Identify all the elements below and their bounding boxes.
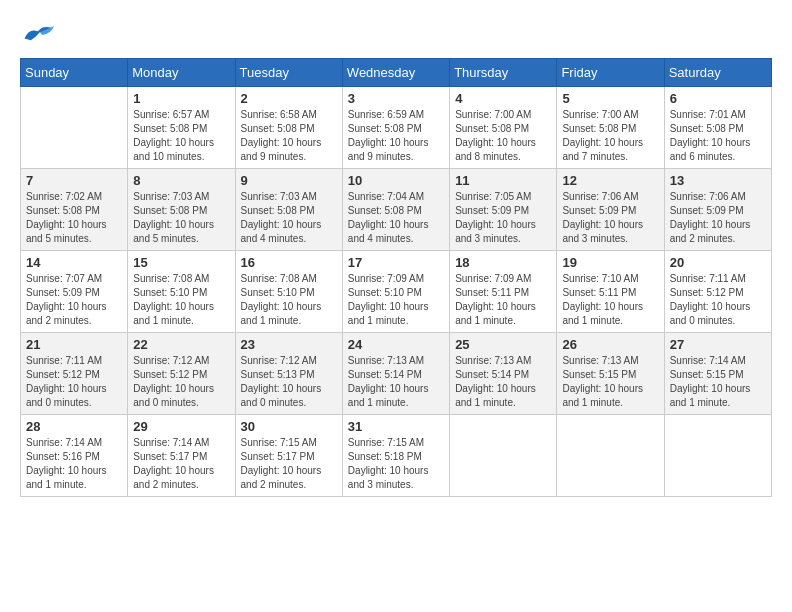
header-row: SundayMondayTuesdayWednesdayThursdayFrid…	[21, 59, 772, 87]
day-number: 7	[26, 173, 122, 188]
week-row-2: 7Sunrise: 7:02 AM Sunset: 5:08 PM Daylig…	[21, 169, 772, 251]
calendar-cell: 23Sunrise: 7:12 AM Sunset: 5:13 PM Dayli…	[235, 333, 342, 415]
day-info: Sunrise: 7:15 AM Sunset: 5:18 PM Dayligh…	[348, 436, 444, 492]
header-cell-sunday: Sunday	[21, 59, 128, 87]
calendar-header: SundayMondayTuesdayWednesdayThursdayFrid…	[21, 59, 772, 87]
day-info: Sunrise: 7:02 AM Sunset: 5:08 PM Dayligh…	[26, 190, 122, 246]
day-info: Sunrise: 7:09 AM Sunset: 5:10 PM Dayligh…	[348, 272, 444, 328]
day-info: Sunrise: 7:00 AM Sunset: 5:08 PM Dayligh…	[562, 108, 658, 164]
calendar-cell: 14Sunrise: 7:07 AM Sunset: 5:09 PM Dayli…	[21, 251, 128, 333]
calendar-cell: 18Sunrise: 7:09 AM Sunset: 5:11 PM Dayli…	[450, 251, 557, 333]
day-info: Sunrise: 7:07 AM Sunset: 5:09 PM Dayligh…	[26, 272, 122, 328]
week-row-3: 14Sunrise: 7:07 AM Sunset: 5:09 PM Dayli…	[21, 251, 772, 333]
day-info: Sunrise: 7:03 AM Sunset: 5:08 PM Dayligh…	[241, 190, 337, 246]
calendar-table: SundayMondayTuesdayWednesdayThursdayFrid…	[20, 58, 772, 497]
calendar-cell: 20Sunrise: 7:11 AM Sunset: 5:12 PM Dayli…	[664, 251, 771, 333]
header-cell-monday: Monday	[128, 59, 235, 87]
day-info: Sunrise: 7:13 AM Sunset: 5:14 PM Dayligh…	[348, 354, 444, 410]
day-info: Sunrise: 7:05 AM Sunset: 5:09 PM Dayligh…	[455, 190, 551, 246]
day-info: Sunrise: 7:00 AM Sunset: 5:08 PM Dayligh…	[455, 108, 551, 164]
day-info: Sunrise: 7:13 AM Sunset: 5:15 PM Dayligh…	[562, 354, 658, 410]
day-number: 1	[133, 91, 229, 106]
calendar-cell: 7Sunrise: 7:02 AM Sunset: 5:08 PM Daylig…	[21, 169, 128, 251]
header-cell-tuesday: Tuesday	[235, 59, 342, 87]
header-cell-friday: Friday	[557, 59, 664, 87]
week-row-4: 21Sunrise: 7:11 AM Sunset: 5:12 PM Dayli…	[21, 333, 772, 415]
day-info: Sunrise: 7:15 AM Sunset: 5:17 PM Dayligh…	[241, 436, 337, 492]
day-number: 9	[241, 173, 337, 188]
calendar-cell: 13Sunrise: 7:06 AM Sunset: 5:09 PM Dayli…	[664, 169, 771, 251]
day-info: Sunrise: 7:04 AM Sunset: 5:08 PM Dayligh…	[348, 190, 444, 246]
day-number: 12	[562, 173, 658, 188]
calendar-cell: 15Sunrise: 7:08 AM Sunset: 5:10 PM Dayli…	[128, 251, 235, 333]
day-number: 4	[455, 91, 551, 106]
calendar-cell	[21, 87, 128, 169]
day-number: 23	[241, 337, 337, 352]
logo	[20, 20, 62, 48]
calendar-cell: 28Sunrise: 7:14 AM Sunset: 5:16 PM Dayli…	[21, 415, 128, 497]
calendar-cell: 3Sunrise: 6:59 AM Sunset: 5:08 PM Daylig…	[342, 87, 449, 169]
day-number: 13	[670, 173, 766, 188]
day-number: 22	[133, 337, 229, 352]
day-info: Sunrise: 7:06 AM Sunset: 5:09 PM Dayligh…	[670, 190, 766, 246]
day-number: 26	[562, 337, 658, 352]
day-info: Sunrise: 7:08 AM Sunset: 5:10 PM Dayligh…	[133, 272, 229, 328]
day-number: 25	[455, 337, 551, 352]
calendar-cell	[557, 415, 664, 497]
day-info: Sunrise: 7:11 AM Sunset: 5:12 PM Dayligh…	[26, 354, 122, 410]
page-header	[20, 20, 772, 48]
day-number: 20	[670, 255, 766, 270]
day-number: 8	[133, 173, 229, 188]
calendar-cell: 30Sunrise: 7:15 AM Sunset: 5:17 PM Dayli…	[235, 415, 342, 497]
day-number: 5	[562, 91, 658, 106]
day-number: 15	[133, 255, 229, 270]
day-number: 30	[241, 419, 337, 434]
day-number: 11	[455, 173, 551, 188]
calendar-cell: 21Sunrise: 7:11 AM Sunset: 5:12 PM Dayli…	[21, 333, 128, 415]
calendar-cell: 1Sunrise: 6:57 AM Sunset: 5:08 PM Daylig…	[128, 87, 235, 169]
calendar-cell: 25Sunrise: 7:13 AM Sunset: 5:14 PM Dayli…	[450, 333, 557, 415]
day-info: Sunrise: 7:11 AM Sunset: 5:12 PM Dayligh…	[670, 272, 766, 328]
day-info: Sunrise: 7:14 AM Sunset: 5:17 PM Dayligh…	[133, 436, 229, 492]
day-info: Sunrise: 7:06 AM Sunset: 5:09 PM Dayligh…	[562, 190, 658, 246]
day-number: 16	[241, 255, 337, 270]
calendar-cell: 26Sunrise: 7:13 AM Sunset: 5:15 PM Dayli…	[557, 333, 664, 415]
day-number: 3	[348, 91, 444, 106]
day-info: Sunrise: 6:57 AM Sunset: 5:08 PM Dayligh…	[133, 108, 229, 164]
day-info: Sunrise: 7:01 AM Sunset: 5:08 PM Dayligh…	[670, 108, 766, 164]
calendar-cell: 17Sunrise: 7:09 AM Sunset: 5:10 PM Dayli…	[342, 251, 449, 333]
day-number: 27	[670, 337, 766, 352]
header-cell-thursday: Thursday	[450, 59, 557, 87]
calendar-cell: 12Sunrise: 7:06 AM Sunset: 5:09 PM Dayli…	[557, 169, 664, 251]
calendar-cell: 9Sunrise: 7:03 AM Sunset: 5:08 PM Daylig…	[235, 169, 342, 251]
calendar-cell: 5Sunrise: 7:00 AM Sunset: 5:08 PM Daylig…	[557, 87, 664, 169]
calendar-cell: 8Sunrise: 7:03 AM Sunset: 5:08 PM Daylig…	[128, 169, 235, 251]
header-cell-wednesday: Wednesday	[342, 59, 449, 87]
day-number: 10	[348, 173, 444, 188]
calendar-cell: 6Sunrise: 7:01 AM Sunset: 5:08 PM Daylig…	[664, 87, 771, 169]
day-info: Sunrise: 7:14 AM Sunset: 5:16 PM Dayligh…	[26, 436, 122, 492]
week-row-5: 28Sunrise: 7:14 AM Sunset: 5:16 PM Dayli…	[21, 415, 772, 497]
day-info: Sunrise: 6:58 AM Sunset: 5:08 PM Dayligh…	[241, 108, 337, 164]
calendar-cell: 31Sunrise: 7:15 AM Sunset: 5:18 PM Dayli…	[342, 415, 449, 497]
day-info: Sunrise: 7:12 AM Sunset: 5:12 PM Dayligh…	[133, 354, 229, 410]
day-number: 18	[455, 255, 551, 270]
calendar-cell: 10Sunrise: 7:04 AM Sunset: 5:08 PM Dayli…	[342, 169, 449, 251]
calendar-cell: 29Sunrise: 7:14 AM Sunset: 5:17 PM Dayli…	[128, 415, 235, 497]
calendar-cell: 22Sunrise: 7:12 AM Sunset: 5:12 PM Dayli…	[128, 333, 235, 415]
day-info: Sunrise: 7:10 AM Sunset: 5:11 PM Dayligh…	[562, 272, 658, 328]
calendar-body: 1Sunrise: 6:57 AM Sunset: 5:08 PM Daylig…	[21, 87, 772, 497]
calendar-cell: 16Sunrise: 7:08 AM Sunset: 5:10 PM Dayli…	[235, 251, 342, 333]
calendar-cell	[450, 415, 557, 497]
day-number: 29	[133, 419, 229, 434]
day-info: Sunrise: 7:09 AM Sunset: 5:11 PM Dayligh…	[455, 272, 551, 328]
day-info: Sunrise: 7:14 AM Sunset: 5:15 PM Dayligh…	[670, 354, 766, 410]
logo-bird-icon	[20, 20, 56, 48]
day-number: 31	[348, 419, 444, 434]
day-info: Sunrise: 6:59 AM Sunset: 5:08 PM Dayligh…	[348, 108, 444, 164]
header-cell-saturday: Saturday	[664, 59, 771, 87]
calendar-cell: 2Sunrise: 6:58 AM Sunset: 5:08 PM Daylig…	[235, 87, 342, 169]
day-info: Sunrise: 7:12 AM Sunset: 5:13 PM Dayligh…	[241, 354, 337, 410]
calendar-cell: 4Sunrise: 7:00 AM Sunset: 5:08 PM Daylig…	[450, 87, 557, 169]
day-info: Sunrise: 7:08 AM Sunset: 5:10 PM Dayligh…	[241, 272, 337, 328]
